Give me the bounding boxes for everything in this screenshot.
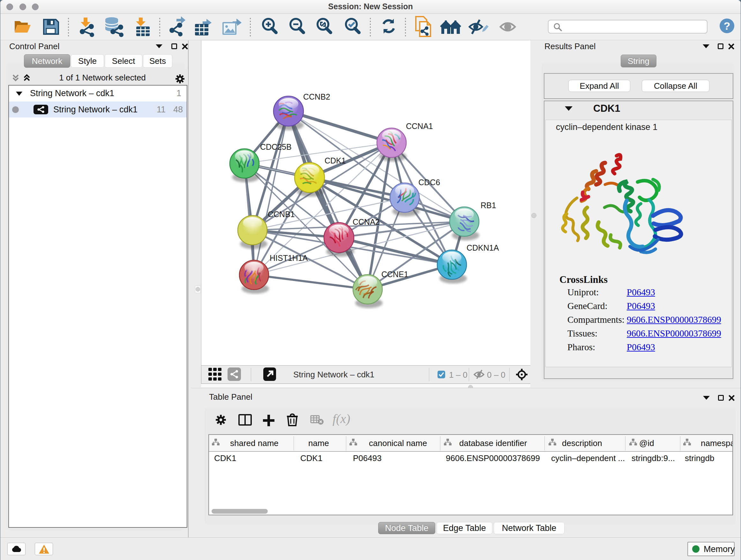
svg-text:CCNE1: CCNE1 (381, 270, 408, 279)
svg-text:CCNA1: CCNA1 (406, 122, 433, 131)
svg-text:CDC6: CDC6 (418, 178, 440, 187)
svg-text:RB1: RB1 (481, 201, 496, 210)
svg-text:HIST1H1A: HIST1H1A (270, 253, 308, 262)
svg-text:CCNB1: CCNB1 (268, 210, 295, 219)
svg-text:CCNA2: CCNA2 (353, 217, 380, 226)
svg-text:CDKN1A: CDKN1A (467, 243, 499, 252)
svg-text:CDC25B: CDC25B (260, 142, 292, 151)
svg-text:CDK1: CDK1 (325, 156, 346, 165)
svg-text:CCNB2: CCNB2 (303, 92, 330, 101)
